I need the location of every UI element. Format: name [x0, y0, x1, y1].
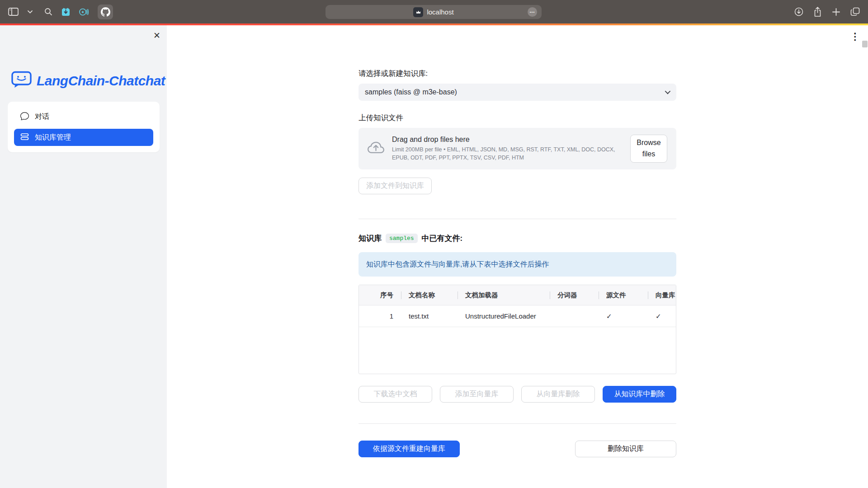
- cell-loader: UnstructuredFileLoader: [458, 305, 550, 327]
- main-content: ⋮ 请选择或新建知识库: samples (faiss @ m3e-base) …: [167, 25, 868, 488]
- logo-chat-icon: [11, 71, 32, 91]
- divider: [359, 219, 676, 219]
- sidebar-item-label: 对话: [35, 112, 49, 122]
- content-column: 请选择或新建知识库: samples (faiss @ m3e-base) 上传…: [359, 25, 676, 457]
- kb-files-heading: 知识库 samples 中已有文件:: [359, 233, 676, 244]
- sidebar-close-icon[interactable]: ✕: [153, 31, 160, 40]
- app-window: ✕ LangChain-Chatchat 对话: [0, 25, 868, 488]
- cell-index: 1: [359, 305, 401, 327]
- chat-bubble-icon: [20, 112, 29, 122]
- broadcast-extension-icon[interactable]: [79, 8, 89, 16]
- sidebar-item-dialogue[interactable]: 对话: [14, 108, 153, 125]
- github-icon-active-bg: [98, 5, 113, 19]
- screen: localhost ••• ✕: [0, 0, 868, 488]
- cell-file-name: test.txt: [401, 305, 458, 327]
- sidebar-toggle-icon[interactable]: [8, 8, 19, 16]
- kb-selectbox[interactable]: samples (faiss @ m3e-base): [359, 84, 676, 101]
- cloud-upload-icon: [368, 140, 384, 158]
- address-text: localhost: [427, 8, 453, 16]
- toolbar-right-group: [794, 7, 860, 17]
- col-header-source[interactable]: 源文件: [599, 285, 648, 305]
- browse-files-button[interactable]: Browse files: [630, 135, 667, 163]
- sidebar-item-kb-management[interactable]: 知识库管理: [14, 129, 153, 146]
- toolbar-left-group: [8, 5, 113, 19]
- add-files-to-kb-button[interactable]: 添加文件到知识库: [359, 178, 432, 194]
- delete-from-kb-button[interactable]: 从知识库中删除: [603, 386, 676, 403]
- app-menu-kebab-icon[interactable]: ⋮: [850, 32, 860, 41]
- file-dropzone[interactable]: Drag and drop files here Limit 200MB per…: [359, 128, 676, 169]
- col-header-index[interactable]: 序号: [359, 285, 401, 305]
- share-icon[interactable]: [813, 7, 822, 17]
- heading-suffix: 中已有文件:: [422, 233, 463, 244]
- divider: [359, 423, 676, 424]
- info-alert: 知识库中包含源文件与向量库,请从下表中选择文件后操作: [359, 252, 676, 277]
- sidebar: ✕ LangChain-Chatchat 对话: [0, 25, 167, 488]
- delete-kb-button[interactable]: 删除知识库: [575, 441, 676, 457]
- github-extension-icon[interactable]: [98, 5, 113, 19]
- table-row[interactable]: 1 test.txt UnstructuredFileLoader ✓ ✓: [359, 305, 676, 327]
- col-header-loader[interactable]: 文档加载器: [458, 285, 550, 305]
- upload-files-label: 上传知识文件: [359, 113, 676, 123]
- kb-name-code-chip: samples: [386, 234, 418, 243]
- rebuild-vectorstore-button[interactable]: 依据源文件重建向量库: [359, 441, 460, 457]
- logo-text: LangChain-Chatchat: [37, 73, 165, 89]
- col-header-vector[interactable]: 向量库: [648, 285, 676, 305]
- col-header-name[interactable]: 文档名称: [401, 285, 458, 305]
- download-selected-button[interactable]: 下载选中文档: [359, 386, 432, 403]
- files-dataframe: 序号 文档名称 文档加载器 分词器 源文件 向量库 1 test.txt Uns…: [359, 285, 676, 374]
- tab-overview-icon[interactable]: [850, 7, 860, 16]
- file-action-buttons: 下载选中文档 添加至向量库 从向量库删除 从知识库中删除: [359, 386, 676, 403]
- col-header-splitter[interactable]: 分词器: [550, 285, 599, 305]
- cell-vector-check: ✓: [648, 305, 676, 327]
- add-to-vectorstore-button[interactable]: 添加至向量库: [440, 386, 514, 403]
- delete-from-vectorstore-button[interactable]: 从向量库删除: [521, 386, 595, 403]
- chevron-down-icon: [665, 89, 671, 94]
- new-tab-icon[interactable]: [832, 8, 840, 16]
- kb-selected-value: samples (faiss @ m3e-base): [365, 88, 457, 96]
- table-header-row: 序号 文档名称 文档加载器 分词器 源文件 向量库: [359, 285, 676, 305]
- sidebar-item-label: 知识库管理: [35, 133, 71, 142]
- browser-toolbar: localhost •••: [0, 0, 868, 23]
- dropzone-text-block: Drag and drop files here Limit 200MB per…: [392, 136, 625, 162]
- search-icon[interactable]: [44, 8, 52, 16]
- cell-source-check: ✓: [599, 305, 648, 327]
- cell-splitter: [550, 305, 599, 327]
- heading-prefix: 知识库: [359, 233, 382, 244]
- scrollbar-thumb[interactable]: [862, 41, 868, 47]
- sidebar-menu: 对话 知识库管理: [8, 102, 160, 152]
- dropzone-title: Drag and drop files here: [392, 136, 625, 144]
- dropzone-limit-text: Limit 200MB per file • EML, HTML, JSON, …: [392, 145, 625, 162]
- cat-download-extension-icon[interactable]: [61, 8, 70, 16]
- chevron-down-icon[interactable]: [28, 10, 33, 14]
- downloads-icon[interactable]: [794, 7, 803, 16]
- site-favicon: [413, 7, 423, 17]
- kb-level-buttons: 依据源文件重建向量库 删除知识库: [359, 441, 676, 457]
- stacked-list-icon: [20, 132, 29, 143]
- app-logo: LangChain-Chatchat: [11, 71, 167, 91]
- address-more-icon[interactable]: •••: [528, 7, 537, 17]
- address-bar[interactable]: localhost •••: [326, 5, 542, 19]
- info-text: 知识库中包含源文件与向量库,请从下表中选择文件后操作: [366, 260, 549, 269]
- kb-select-label: 请选择或新建知识库:: [359, 69, 676, 79]
